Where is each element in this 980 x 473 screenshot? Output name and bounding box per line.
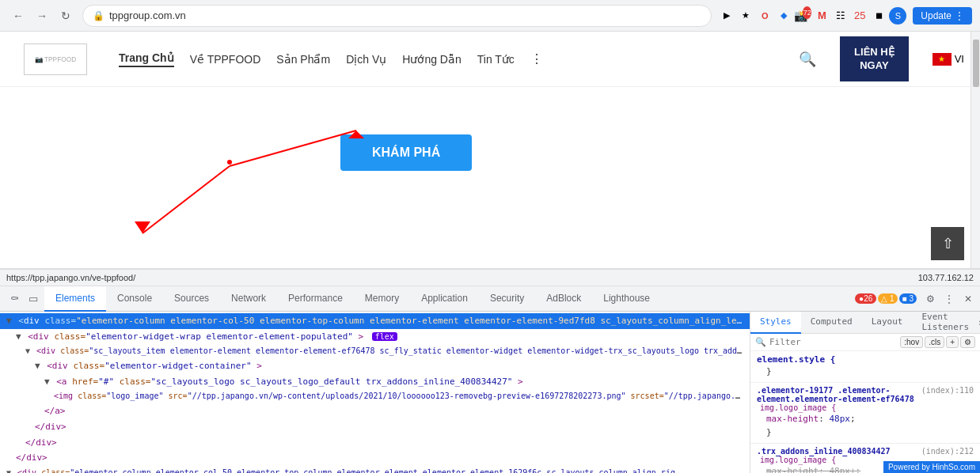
nav-bar: 📷 TPPFOOD Trang Chủ Về TPPFOOD Sản Phẩm …: [0, 32, 980, 87]
html-line-4[interactable]: ▼ <div class="elementor-widget-container…: [28, 358, 750, 374]
tab-console[interactable]: Console: [106, 286, 163, 312]
devtools-body: ▼ <div class="elementor-column elementor…: [0, 312, 980, 473]
search-icon[interactable]: 🔍: [799, 51, 816, 68]
update-button[interactable]: Update ⋮: [913, 7, 972, 25]
ip-address: 103.77.162.12: [918, 273, 974, 282]
filter-icon: 🔍: [755, 337, 766, 347]
nav-huong-dan[interactable]: Hướng Dẫn: [402, 53, 461, 66]
tab-application[interactable]: Application: [410, 286, 479, 312]
nav-trang-chu[interactable]: Trang Chủ: [119, 51, 174, 67]
contact-button[interactable]: LIÊN HỆ NGAY: [840, 36, 909, 82]
css-closing-brace-1: }: [757, 365, 974, 379]
styles-tab-layout[interactable]: Layout: [862, 312, 913, 334]
css-source-3: (index):212: [921, 447, 974, 456]
html-line-8[interactable]: </div>: [28, 419, 750, 435]
nav-buttons: ← → ↻: [8, 6, 76, 26]
message-badge: ■ 3: [899, 293, 917, 304]
html-line-5[interactable]: ▼ <a href="#" class="sc_layouts_logo sc_…: [38, 374, 750, 390]
site-nav: Trang Chủ Về TPPFOOD Sản Phẩm Dịch Vụ Hư…: [119, 51, 775, 67]
ext3-icon[interactable]: ☷: [832, 7, 849, 25]
reload-button[interactable]: ↻: [55, 6, 76, 26]
add-rule-button[interactable]: +: [946, 336, 959, 348]
ext4-icon[interactable]: 25: [851, 7, 868, 25]
logo-image: 📷 TPPFOOD: [24, 44, 87, 75]
website-area: 📷 TPPFOOD Trang Chủ Về TPPFOOD Sản Phẩm …: [0, 32, 980, 269]
lang-selector[interactable]: ★ VI: [933, 53, 964, 66]
devtools-more-button[interactable]: ⋮: [940, 290, 958, 308]
tab-elements[interactable]: Elements: [44, 286, 106, 312]
html-line-2[interactable]: ▼ <div class="elementor-widget-wrap elem…: [9, 329, 750, 345]
browser-chrome: ← → ↻ 🔒 tppgroup.com.vn ▶ ★ O ◆ 📸 72 M ☷…: [0, 0, 980, 32]
scroll-top-button[interactable]: ⇧: [931, 227, 964, 260]
opera-icon[interactable]: O: [756, 7, 773, 25]
logo-area: 📷 TPPFOOD: [16, 40, 95, 79]
kham-pha-button[interactable]: KHÁM PHÁ: [340, 134, 472, 171]
devtools-right-icons: ● 26 △ 1 ■ 3 ⚙ ⋮ ✕: [855, 290, 977, 308]
back-button[interactable]: ←: [8, 6, 28, 26]
tab-lighthouse[interactable]: Lighthouse: [592, 286, 661, 312]
styles-tab-computed[interactable]: Computed: [801, 312, 862, 334]
page-scrollbar[interactable]: [971, 32, 980, 268]
css-selector-2: .elementor-19177 .elementor-element.elem…: [757, 386, 921, 403]
powered-by: Powered by HinhSo.com: [883, 461, 980, 473]
devtools-panel: ⚰ ▭ Elements Console Sources Network Per…: [0, 286, 980, 473]
filter-bar: 🔍 :hov .cls + ⚙: [750, 334, 980, 351]
styles-tab-event-listeners[interactable]: Event Listeners: [912, 312, 978, 334]
status-bar: https://tpp.japango.vn/ve-tppfood/ 103.7…: [0, 269, 980, 286]
css-selector-3: .trx_addons_inline_400834427: [757, 447, 891, 456]
devtools-settings-button[interactable]: ⚙: [921, 290, 939, 308]
profile-icon[interactable]: S: [889, 7, 906, 25]
html-line-9[interactable]: </div>: [19, 435, 750, 451]
nav-san-pham[interactable]: Sản Phẩm: [276, 53, 330, 66]
forward-button[interactable]: →: [32, 6, 52, 26]
elements-panel[interactable]: ▼ <div class="elementor-column elementor…: [0, 312, 750, 473]
devtools-tabs-bar: ⚰ ▭ Elements Console Sources Network Per…: [0, 286, 980, 312]
inspect-element-button[interactable]: ⚰: [6, 291, 22, 307]
extensions-icon[interactable]: ◼: [870, 7, 887, 25]
cast-icon[interactable]: ▶: [718, 7, 735, 25]
tab-memory[interactable]: Memory: [354, 286, 410, 312]
nav-more-icon[interactable]: ⋮: [530, 51, 543, 66]
bookmark-icon[interactable]: ★: [737, 7, 754, 25]
tab-security[interactable]: Security: [479, 286, 535, 312]
cls-button[interactable]: .cls: [925, 336, 944, 348]
css-block-2: .elementor-19177 .elementor-element.elem…: [750, 383, 980, 444]
address-bar[interactable]: 🔒 tppgroup.com.vn: [82, 5, 712, 27]
tab-performance[interactable]: Performance: [277, 286, 354, 312]
svg-line-2: [230, 131, 356, 166]
css-closing-brace-2: }: [757, 426, 974, 440]
tab-network[interactable]: Network: [220, 286, 277, 312]
nav-ve-tppfood[interactable]: Về TPPFOOD: [190, 53, 261, 66]
css-selector-1: element.style {: [757, 354, 974, 365]
browser-icons: ▶ ★ O ◆ 📸 72 M ☷ 25 ◼ S: [718, 7, 906, 25]
ext2-icon[interactable]: M: [813, 7, 830, 25]
html-line-6[interactable]: <img class="logo_image" src="//tpp.japan…: [47, 389, 750, 403]
html-line-7[interactable]: </a>: [38, 403, 750, 419]
hero-area: KHÁM PHÁ: [0, 87, 980, 269]
styles-sub-tabs: Styles Computed Layout Event Listeners »: [750, 312, 980, 334]
warning-badge: △ 1: [878, 293, 897, 304]
html-line-11[interactable]: ▼ <div class="elementor-column elementor…: [0, 466, 750, 473]
flag-icon: ★: [933, 53, 952, 66]
svg-marker-1: [135, 221, 150, 233]
scrollbar-thumb: [973, 40, 979, 87]
html-line-3[interactable]: ▼ <div class="sc_layouts_item elementor-…: [19, 344, 750, 358]
html-line-1[interactable]: ▼ <div class="elementor-column elementor…: [0, 313, 750, 329]
styles-tab-styles[interactable]: Styles: [750, 312, 801, 334]
nav-tin-tuc[interactable]: Tin Tức: [477, 53, 515, 66]
devtools-close-button[interactable]: ✕: [959, 290, 977, 308]
styles-panel: Styles Computed Layout Event Listeners »…: [750, 312, 980, 473]
crypto-icon[interactable]: ◆: [775, 7, 792, 25]
css-block-element-style: element.style { }: [750, 351, 980, 383]
html-line-10[interactable]: </div>: [9, 450, 750, 466]
hov-button[interactable]: :hov: [900, 336, 923, 348]
nav-dich-vu[interactable]: Dịch Vụ: [346, 53, 386, 66]
devtools-left-icons: ⚰ ▭: [3, 291, 44, 307]
tab-sources[interactable]: Sources: [163, 286, 220, 312]
error-badge: ● 26: [855, 293, 876, 304]
settings-icon-btn[interactable]: ⚙: [960, 336, 975, 348]
filter-input[interactable]: [769, 337, 897, 347]
device-toolbar-button[interactable]: ▭: [25, 291, 41, 307]
tab-adblock[interactable]: AdBlock: [535, 286, 592, 312]
ext1-icon[interactable]: 📸 72: [794, 7, 811, 25]
